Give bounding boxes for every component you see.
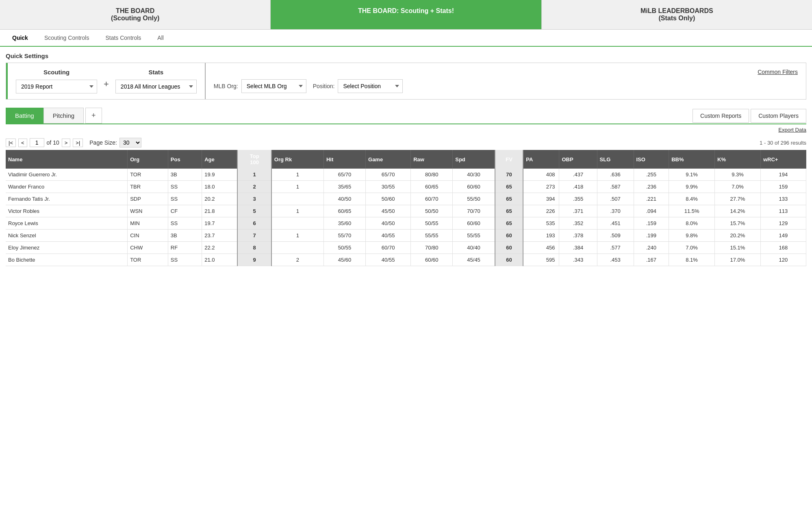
cell-slg: .636 <box>597 169 634 181</box>
players-table: Name Org Pos Age Top100 Org Rk Hit Game … <box>6 150 806 266</box>
first-page-button[interactable]: |< <box>6 139 16 147</box>
cell-iso: .255 <box>634 169 669 181</box>
cell-bb-pct: 9.1% <box>669 169 715 181</box>
col-header-iso: ISO <box>634 150 669 169</box>
qs-right-panel: Common Filters MLB Org: Select MLB Org P… <box>206 63 806 99</box>
cell-obp: .418 <box>559 181 597 193</box>
tab-pitching[interactable]: Pitching <box>43 108 84 124</box>
table-row: Nick Senzel CIN 3B 23.7 7 1 55/70 40/55 … <box>6 230 806 242</box>
col-header-slg: SLG <box>597 150 634 169</box>
mlb-org-dropdown[interactable]: Select MLB Org <box>241 79 306 93</box>
page-number-input[interactable] <box>30 138 44 147</box>
cell-spd: 55/55 <box>453 230 495 242</box>
cell-name: Royce Lewis <box>6 217 128 230</box>
cell-raw: 55/55 <box>411 230 453 242</box>
cell-hit: 40/50 <box>323 193 365 205</box>
col-header-fv: FV <box>495 150 523 169</box>
col-header-age: Age <box>202 150 238 169</box>
cell-k-pct: 27.7% <box>715 193 761 205</box>
cell-raw: 60/60 <box>411 254 453 266</box>
cell-k-pct: 15.1% <box>715 242 761 254</box>
cell-slg: .370 <box>597 205 634 217</box>
tab-milb-leaderboards[interactable]: MiLB LEADERBOARDS(Stats Only) <box>542 0 812 29</box>
sub-tab-scouting-controls[interactable]: Scouting Controls <box>36 30 98 47</box>
table-row: Royce Lewis MIN SS 19.7 6 35/60 40/50 50… <box>6 217 806 230</box>
cell-pos: SS <box>168 217 202 230</box>
cell-slg: .453 <box>597 254 634 266</box>
cell-age: 18.0 <box>202 181 238 193</box>
col-header-pos: Pos <box>168 150 202 169</box>
cell-game: 40/55 <box>366 254 411 266</box>
cell-org-rk: 1 <box>271 230 324 242</box>
cell-k-pct: 20.2% <box>715 230 761 242</box>
col-header-k-pct: K% <box>715 150 761 169</box>
of-pages-label: of 10 <box>47 139 59 146</box>
mlb-org-label: MLB Org: <box>214 83 238 89</box>
tab-board-scouting[interactable]: THE BOARD(Scouting Only) <box>0 0 271 29</box>
col-header-game: Game <box>366 150 411 169</box>
col-header-name: Name <box>6 150 128 169</box>
stats-dropdown[interactable]: 2018 All Minor Leagues <box>115 80 197 93</box>
cell-org-rk: 1 <box>271 169 324 181</box>
cell-k-pct: 14.2% <box>715 205 761 217</box>
cell-fv: 65 <box>495 193 523 205</box>
cell-bb-pct: 11.5% <box>669 205 715 217</box>
cell-wrc-plus: 120 <box>760 254 806 266</box>
cell-iso: .094 <box>634 205 669 217</box>
cell-hit: 35/65 <box>323 181 365 193</box>
cell-age: 23.7 <box>202 230 238 242</box>
tab-batting[interactable]: Batting <box>6 108 43 124</box>
cell-pa: 456 <box>523 242 559 254</box>
cell-obp: .437 <box>559 169 597 181</box>
col-header-spd: Spd <box>453 150 495 169</box>
cell-top100: 7 <box>237 230 271 242</box>
cell-org-rk: 1 <box>271 181 324 193</box>
cell-hit: 55/70 <box>323 230 365 242</box>
export-row: Export Data <box>0 124 812 135</box>
cell-pos: SS <box>168 254 202 266</box>
cell-fv: 60 <box>495 254 523 266</box>
cell-pa: 408 <box>523 169 559 181</box>
cell-org-rk <box>271 193 324 205</box>
prev-page-button[interactable]: < <box>18 139 27 147</box>
cell-iso: .236 <box>634 181 669 193</box>
cell-org: TBR <box>128 181 168 193</box>
page-size-select[interactable]: 30 50 100 <box>119 138 141 147</box>
plus-sign: + <box>104 79 109 89</box>
sub-tab-stats-controls[interactable]: Stats Controls <box>97 30 149 47</box>
export-data-link[interactable]: Export Data <box>778 127 806 133</box>
last-page-button[interactable]: >| <box>73 139 83 147</box>
custom-reports-button[interactable]: Custom Reports <box>693 109 749 123</box>
cell-pa: 595 <box>523 254 559 266</box>
cell-spd: 40/30 <box>453 169 495 181</box>
tab-plus-button[interactable]: + <box>85 108 102 124</box>
cell-pa: 193 <box>523 230 559 242</box>
table-row: Wander Franco TBR SS 18.0 2 1 35/65 30/5… <box>6 181 806 193</box>
cell-k-pct: 17.0% <box>715 254 761 266</box>
scouting-report-dropdown[interactable]: 2019 Report <box>16 80 97 93</box>
cell-fv: 65 <box>495 181 523 193</box>
filters-row: MLB Org: Select MLB Org Position: Select… <box>214 79 798 93</box>
cell-wrc-plus: 113 <box>760 205 806 217</box>
sub-tab-quick[interactable]: Quick <box>4 30 36 47</box>
position-dropdown[interactable]: Select Position <box>338 79 403 93</box>
cell-name: Eloy Jimenez <box>6 242 128 254</box>
cell-top100: 1 <box>237 169 271 181</box>
table-row: Victor Robles WSN CF 21.8 5 1 60/65 45/5… <box>6 205 806 217</box>
header-tabs: THE BOARD(Scouting Only) THE BOARD: Scou… <box>0 0 812 30</box>
tab-board-scouting-stats[interactable]: THE BOARD: Scouting + Stats! <box>271 0 541 29</box>
cell-age: 20.2 <box>202 193 238 205</box>
sub-tab-all[interactable]: All <box>149 30 172 47</box>
table-row: Bo Bichette TOR SS 21.0 9 2 45/60 40/55 … <box>6 254 806 266</box>
cell-game: 50/60 <box>366 193 411 205</box>
qs-stats-label: Stats <box>149 69 164 76</box>
cell-hit: 60/65 <box>323 205 365 217</box>
quick-settings-section: Quick Settings Scouting 2019 Report + St… <box>0 47 812 100</box>
quick-settings-box: Scouting 2019 Report + Stats 2018 All Mi… <box>6 63 806 100</box>
cell-org-rk: 2 <box>271 254 324 266</box>
custom-players-button[interactable]: Custom Players <box>751 109 806 123</box>
cell-name: Bo Bichette <box>6 254 128 266</box>
cell-top100: 3 <box>237 193 271 205</box>
cell-fv: 60 <box>495 230 523 242</box>
next-page-button[interactable]: > <box>62 139 71 147</box>
